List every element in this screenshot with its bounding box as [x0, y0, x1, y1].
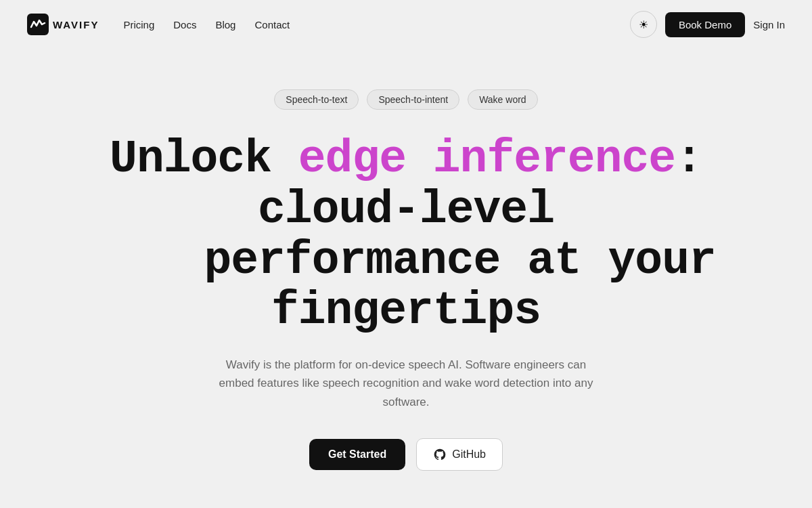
nav-right: ☀ Book Demo Sign In: [630, 11, 785, 38]
hero-title-prefix: Unlock: [110, 133, 298, 185]
nav-link-contact[interactable]: Contact: [254, 19, 290, 30]
sun-icon: ☀: [639, 18, 648, 31]
navbar: WAVIFY Pricing Docs Blog Contact ☀ Book …: [0, 0, 812, 49]
github-button[interactable]: GitHub: [416, 438, 503, 471]
logo-icon: [27, 14, 49, 35]
hero-section: Speech-to-text Speech-to-intent Wake wor…: [0, 49, 812, 508]
sign-in-link[interactable]: Sign In: [753, 19, 785, 30]
github-icon: [433, 448, 447, 461]
get-started-button[interactable]: Get Started: [309, 439, 405, 470]
tag-wake-word: Wake word: [468, 89, 538, 110]
tag-row: Speech-to-text Speech-to-intent Wake wor…: [274, 89, 537, 110]
hero-subtitle: Wavify is the platform for on-device spe…: [217, 356, 595, 411]
nav-link-docs[interactable]: Docs: [173, 19, 196, 30]
github-label: GitHub: [452, 448, 486, 461]
tag-speech-to-text: Speech-to-text: [274, 89, 359, 110]
hero-title: Unlock edge inference: cloud-level perfo…: [34, 134, 778, 337]
hero-title-accent: edge inference: [298, 133, 675, 185]
nav-left: WAVIFY Pricing Docs Blog Contact: [27, 14, 290, 35]
logo-text: WAVIFY: [53, 19, 99, 30]
nav-links: Pricing Docs Blog Contact: [123, 19, 290, 30]
nav-link-blog[interactable]: Blog: [215, 19, 235, 30]
theme-toggle-button[interactable]: ☀: [630, 11, 657, 38]
tag-speech-to-intent: Speech-to-intent: [367, 89, 459, 110]
nav-link-pricing[interactable]: Pricing: [123, 19, 154, 30]
logo[interactable]: WAVIFY: [27, 14, 99, 35]
book-demo-button[interactable]: Book Demo: [665, 12, 745, 37]
cta-row: Get Started GitHub: [309, 438, 503, 471]
